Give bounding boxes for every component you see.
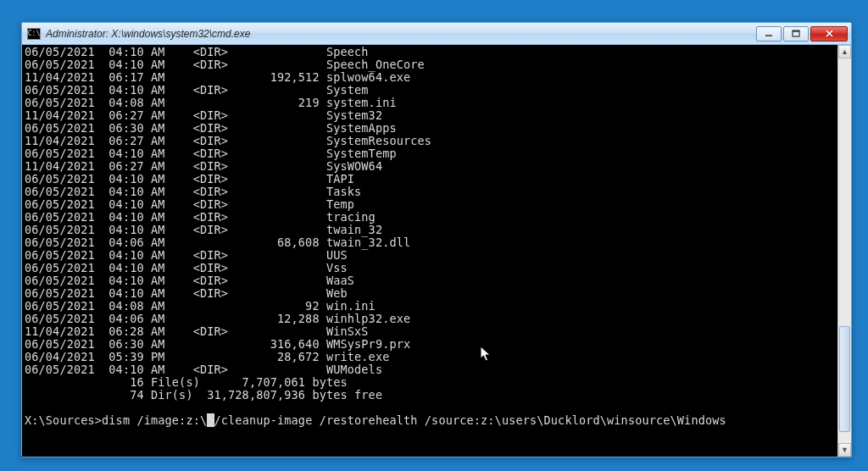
summary-files: 16 File(s) 7,707,061 bytes bbox=[25, 376, 837, 389]
listing-row: 06/05/2021 06:30 AM 316,640 WMSysPr9.prx bbox=[25, 338, 837, 351]
listing-row: 06/05/2021 04:10 AM <DIR> Temp bbox=[25, 198, 837, 211]
listing-row: 06/05/2021 04:10 AM <DIR> UUS bbox=[25, 249, 837, 262]
blank-line bbox=[25, 402, 837, 414]
listing-row: 06/05/2021 04:08 AM 219 system.ini bbox=[25, 97, 837, 109]
window-title: Administrator: X:\windows\system32\cmd.e… bbox=[46, 28, 754, 40]
listing-row: 11/04/2021 06:27 AM <DIR> System32 bbox=[25, 109, 837, 122]
listing-row: 06/05/2021 04:10 AM <DIR> Web bbox=[25, 287, 837, 300]
listing-row: 11/04/2021 06:27 AM <DIR> SystemResource… bbox=[25, 135, 837, 147]
listing-row: 06/05/2021 04:10 AM <DIR> twain_32 bbox=[25, 224, 837, 236]
listing-row: 06/05/2021 06:30 AM <DIR> SystemApps bbox=[25, 122, 837, 135]
scroll-up-button[interactable]: ▲ bbox=[838, 45, 851, 58]
listing-row: 06/04/2021 05:39 PM 28,672 write.exe bbox=[25, 351, 837, 363]
listing-row: 06/05/2021 04:10 AM <DIR> Speech_OneCore bbox=[25, 58, 837, 71]
listing-row: 06/05/2021 04:06 AM 12,288 winhlp32.exe bbox=[25, 313, 837, 325]
client-area: 06/05/2021 04:10 AM <DIR> Speech06/05/20… bbox=[22, 45, 851, 457]
listing-row: 06/05/2021 04:10 AM <DIR> WUModels bbox=[25, 363, 837, 376]
listing-row: 06/05/2021 04:10 AM <DIR> WaaS bbox=[25, 274, 837, 287]
listing-row: 11/04/2021 06:28 AM <DIR> WinSxS bbox=[25, 325, 837, 338]
listing-row: 06/05/2021 04:10 AM <DIR> System bbox=[25, 84, 837, 97]
close-button[interactable] bbox=[810, 26, 848, 42]
text-cursor bbox=[207, 413, 214, 427]
minimize-button[interactable] bbox=[756, 26, 782, 42]
listing-row: 06/05/2021 04:06 AM 68,608 twain_32.dll bbox=[25, 236, 837, 249]
terminal-output[interactable]: 06/05/2021 04:10 AM <DIR> Speech06/05/20… bbox=[22, 45, 837, 457]
listing-row: 06/05/2021 04:10 AM <DIR> Tasks bbox=[25, 186, 837, 198]
summary-dirs: 74 Dir(s) 31,728,807,936 bytes free bbox=[25, 389, 837, 402]
prompt-line[interactable]: X:\Sources>dism /image:z:\ /cleanup-imag… bbox=[25, 414, 837, 427]
vertical-scrollbar[interactable]: ▲ ▼ bbox=[837, 45, 851, 457]
scroll-down-button[interactable]: ▼ bbox=[838, 443, 851, 457]
maximize-button[interactable] bbox=[783, 26, 809, 42]
listing-row: 06/05/2021 04:10 AM <DIR> tracing bbox=[25, 211, 837, 224]
listing-row: 11/04/2021 06:17 AM 192,512 splwow64.exe bbox=[25, 71, 837, 84]
listing-row: 06/05/2021 04:10 AM <DIR> TAPI bbox=[25, 173, 837, 186]
scroll-thumb[interactable] bbox=[839, 326, 850, 432]
cmd-window: C:\ Administrator: X:\windows\system32\c… bbox=[21, 22, 852, 457]
titlebar[interactable]: C:\ Administrator: X:\windows\system32\c… bbox=[22, 23, 851, 45]
listing-row: 06/05/2021 04:10 AM <DIR> Speech bbox=[25, 46, 837, 58]
listing-row: 06/05/2021 04:08 AM 92 win.ini bbox=[25, 300, 837, 313]
cmd-icon: C:\ bbox=[27, 28, 41, 40]
listing-row: 06/05/2021 04:10 AM <DIR> Vss bbox=[25, 262, 837, 274]
listing-row: 06/05/2021 04:10 AM <DIR> SystemTemp bbox=[25, 147, 837, 160]
listing-row: 11/04/2021 06:27 AM <DIR> SysWOW64 bbox=[25, 160, 837, 173]
